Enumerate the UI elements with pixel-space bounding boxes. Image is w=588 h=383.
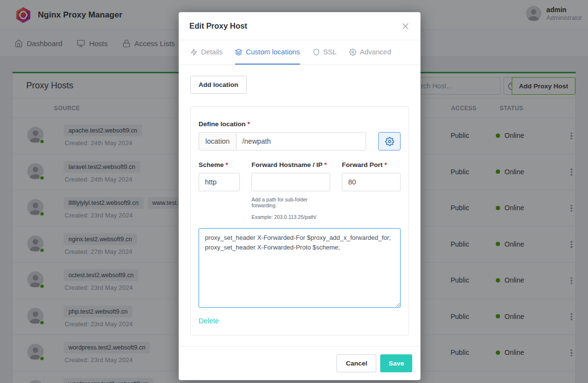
location-card: Define location * location (190, 106, 409, 335)
scheme-label: Scheme * (199, 161, 240, 168)
tab-label: Advanced (360, 48, 391, 56)
add-location-button[interactable]: Add location (190, 76, 247, 94)
close-icon[interactable] (401, 22, 410, 31)
tab-ssl[interactable]: SSL (313, 40, 336, 65)
layers-icon (235, 49, 242, 56)
forward-hostname-input[interactable] (252, 173, 330, 191)
location-settings-button[interactable] (378, 132, 401, 150)
modal-footer: Cancel Save (179, 346, 420, 380)
required-marker: * (248, 120, 250, 128)
define-location-label: Define location * (199, 120, 401, 128)
modal-title: Edit Proxy Host (189, 22, 247, 31)
tab-advanced[interactable]: Advanced (349, 40, 391, 65)
location-path-input[interactable] (236, 133, 366, 150)
app-window: Nginx Proxy Manager admin Administrator … (0, 0, 588, 383)
gear-icon (349, 49, 356, 56)
tab-details[interactable]: Details (190, 40, 222, 65)
forward-port-input[interactable] (342, 173, 401, 191)
tab-label: Custom locations (246, 48, 300, 56)
custom-config-textarea[interactable]: proxy_set_header X-Forwarded-For $proxy_… (199, 228, 401, 308)
location-input-group: location (199, 132, 366, 150)
edit-proxy-host-modal: Edit Proxy Host DetailsCustom locationsS… (179, 12, 420, 380)
modal-body: Add location Define location * location (179, 65, 420, 346)
gear-icon (385, 137, 394, 146)
hostname-example-text: Example: 203.0.113.25/path/ (252, 214, 330, 220)
forward-port-label: Forward Port * (342, 161, 401, 168)
cancel-button[interactable]: Cancel (336, 354, 376, 372)
tab-custom-locations[interactable]: Custom locations (235, 40, 300, 65)
save-button[interactable]: Save (380, 354, 412, 372)
forward-hostname-label: Forward Hostname / IP * (252, 161, 330, 168)
location-prefix: location (199, 133, 236, 150)
hostname-help-text: Add a path for sub-folder forwarding. (252, 197, 330, 208)
delete-location-link[interactable]: Delete (199, 317, 219, 325)
scheme-input[interactable] (199, 173, 240, 191)
shield-icon (313, 49, 320, 56)
modal-tab-bar: DetailsCustom locationsSSLAdvanced (179, 40, 420, 65)
zap-icon (190, 49, 198, 56)
modal-header: Edit Proxy Host (179, 12, 420, 40)
tab-label: Details (201, 48, 222, 56)
tab-label: SSL (323, 48, 336, 56)
